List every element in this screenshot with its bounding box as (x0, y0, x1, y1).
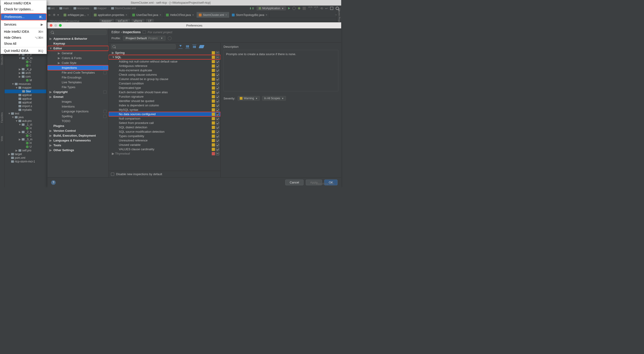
settings-tree[interactable]: ▶Appearance & BehaviorKeymap▼Editor▶Gene… (48, 36, 108, 177)
inspection-item[interactable]: Ambiguous reference (109, 64, 220, 68)
inspection-checkbox[interactable] (216, 113, 219, 116)
settings-node[interactable]: ▼Editor (48, 46, 108, 51)
tree-row[interactable]: Stor (4, 90, 46, 93)
menu-about[interactable]: About IntelliJ IDEA (1, 0, 46, 6)
inspection-checkbox[interactable] (216, 51, 219, 54)
run-config-dropdown[interactable]: MciApplication ▼ (256, 6, 286, 10)
tree-row[interactable]: M (4, 78, 46, 82)
layout-button[interactable] (330, 7, 333, 10)
tree-row[interactable]: ▼test (4, 112, 46, 115)
inspection-item[interactable]: Deprecated type (109, 86, 220, 90)
vcs-commit-button[interactable]: VCS✓ (314, 6, 318, 10)
settings-node[interactable]: Spelling (48, 114, 108, 119)
gear-icon[interactable]: ✻ (53, 13, 56, 17)
inspection-checkbox[interactable] (216, 148, 219, 151)
inspection-item[interactable]: SQL dialect detection (109, 125, 220, 130)
profile-dropdown[interactable]: Project Default Project ▼ (123, 36, 165, 41)
settings-node[interactable]: ▶Emmet (48, 94, 108, 99)
inspection-checkbox[interactable] (216, 64, 219, 68)
settings-node[interactable]: ▶Appearance & Behavior (48, 36, 108, 41)
tree-row[interactable]: ▼resources (4, 82, 46, 86)
filter-button[interactable] (178, 44, 182, 49)
tree-row[interactable]: ▼_3_m (4, 56, 46, 60)
profile-gear-button[interactable] (168, 36, 172, 40)
breadcrumb-item[interactable]: mapper (94, 7, 107, 10)
editor-tab[interactable]: HelloCtlTest.java× (164, 12, 196, 18)
inspection-checkbox[interactable] (216, 130, 219, 133)
tree-row[interactable]: ▶_3_m (4, 138, 46, 141)
tree-row[interactable]: ▶_4_p (4, 67, 46, 71)
inspections-list[interactable]: ▶Spring▼SQLAdding not null column withou… (109, 50, 220, 171)
settings-node[interactable]: ▶Build, Execution, Deployment (48, 133, 108, 138)
inspection-item[interactable]: Auto-increment duplicate (109, 68, 220, 72)
expand-all-button[interactable] (186, 44, 190, 49)
tree-row[interactable]: I (4, 64, 46, 67)
menu-hide-others[interactable]: Hide Others ⌥⌘H (1, 35, 46, 41)
tree-row[interactable]: ▼aub.pro (4, 119, 46, 123)
tree-row[interactable]: ▶self.pro (4, 149, 46, 152)
tree-row[interactable]: ▶_2_b (4, 130, 46, 134)
inspection-checkbox[interactable] (216, 135, 219, 138)
inspection-checkbox[interactable] (216, 78, 219, 81)
tree-row[interactable]: pom.xml (4, 156, 46, 160)
tab-scroll-left[interactable]: ⇤ (48, 13, 51, 17)
settings-node[interactable]: ▶Copyright (48, 90, 108, 94)
run-button[interactable] (288, 7, 290, 9)
tree-row[interactable]: ▼mapper (4, 86, 46, 90)
revert-button[interactable]: ↩ (325, 7, 328, 10)
breadcrumb-item[interactable]: src (48, 7, 55, 10)
tree-row[interactable]: C (4, 134, 46, 138)
collapse-all-button[interactable] (192, 44, 196, 49)
inspection-checkbox[interactable] (216, 121, 219, 125)
inspection-checkbox[interactable] (216, 117, 219, 120)
tree-row[interactable]: C (4, 60, 46, 64)
inspection-item[interactable]: No data sources configured (109, 112, 220, 116)
tree-row[interactable]: rtcp-storm-mci-1 (4, 160, 46, 163)
menu-show-all[interactable]: Show All (1, 41, 46, 47)
settings-node[interactable]: ▶General (48, 51, 108, 56)
inspection-checkbox[interactable] (216, 143, 219, 147)
close-tab-button[interactable]: × (266, 13, 267, 17)
history-button[interactable]: ⟲ (320, 7, 323, 10)
settings-node[interactable]: Keymap (48, 41, 108, 46)
menu-preferences[interactable]: Preferences... ⌘, (1, 13, 46, 20)
inspection-item[interactable]: Constant condition (109, 81, 220, 86)
inspection-checkbox[interactable] (216, 82, 219, 85)
inspection-item[interactable]: MySQL syntax (109, 108, 220, 112)
settings-search-input[interactable] (49, 30, 106, 35)
editor-tab[interactable]: application.properties× (92, 12, 130, 18)
close-tab-button[interactable]: × (160, 13, 161, 17)
editor-tab[interactable]: erMapper.jav...× (61, 12, 92, 18)
settings-node[interactable]: File Types (48, 85, 108, 90)
breadcrumb-item[interactable]: resources (74, 7, 89, 10)
breadcrumb-parent[interactable]: Editor (112, 30, 120, 34)
tree-row[interactable]: ▶com (4, 75, 46, 78)
settings-node[interactable]: Language Injections (48, 109, 108, 114)
inspection-item[interactable]: Select from procedure call (109, 121, 220, 125)
inspection-item[interactable]: Adding not null column without default v… (109, 59, 220, 64)
menu-check-updates[interactable]: Check for Updates... (1, 6, 46, 12)
settings-node[interactable]: ▶Languages & Frameworks (48, 138, 108, 143)
settings-node[interactable]: Intentions (48, 104, 108, 109)
disable-new-checkbox[interactable] (111, 173, 114, 176)
inspection-checkbox[interactable] (216, 91, 219, 94)
editor-tab[interactable]: StormCluster.xml× (196, 12, 230, 18)
tree-row[interactable]: applicat (4, 93, 46, 97)
inspection-checkbox[interactable] (216, 152, 219, 155)
reset-button[interactable] (198, 45, 204, 48)
inspection-checkbox[interactable] (216, 139, 219, 142)
close-tab-button[interactable]: × (87, 13, 89, 17)
inspection-item[interactable]: Each derived table should have alias (109, 90, 220, 94)
settings-node[interactable]: File and Code Templates (48, 70, 108, 75)
editor-tab[interactable]: UserDaoTest.java× (130, 12, 164, 18)
debug-button[interactable] (292, 7, 296, 10)
inspections-search-input[interactable] (111, 44, 176, 49)
settings-node[interactable]: File Encodings (48, 75, 108, 80)
tree-row[interactable]: U (4, 145, 46, 149)
tree-row[interactable]: ▼java (4, 115, 46, 119)
inspection-item[interactable]: Column should be in group by clause (109, 77, 220, 81)
inspection-checkbox[interactable] (216, 73, 219, 76)
inspection-checkbox[interactable] (216, 95, 219, 98)
inspection-item[interactable]: SQL source modification detection (109, 130, 220, 134)
inspection-item[interactable]: Unused variable (109, 143, 220, 147)
